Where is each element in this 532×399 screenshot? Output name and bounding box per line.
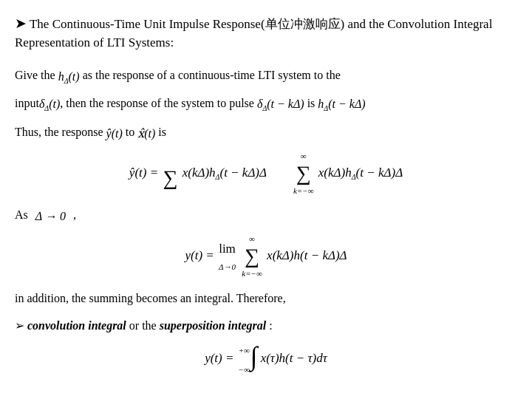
header-title: The Continuous-Time Unit Impulse Respons… [15, 17, 492, 50]
sigma-symbol-3: ∞ ∑ k=−∞ [242, 232, 262, 280]
p5-line1: ➢ convolution integral or the superposit… [15, 316, 517, 335]
paragraph-5: ➢ convolution integral or the superposit… [15, 316, 517, 335]
paragraph-3: As Δ → 0 , y(t) = lim Δ→0 ∞ ∑ k=−∞ x(kΔ)… [15, 205, 517, 280]
math-hDelta-t: hΔ(t) [58, 66, 80, 87]
integral-symbol: ∫ [250, 343, 258, 369]
p1-line2: inputδΔ(t), then the response of the sys… [15, 93, 517, 115]
superposition-integral-label: superposition integral [160, 319, 266, 332]
sigma-symbol-2: ∞ ∑ k=−∞ [293, 149, 314, 197]
formula-yt-lim: y(t) = lim Δ→0 ∞ ∑ k=−∞ x(kΔ)h(t − kΔ)Δ [15, 232, 517, 280]
lim-block: lim Δ→0 [219, 239, 236, 274]
bullet-arrow-2: ➢ [15, 319, 24, 332]
integral-lower: −∞ [238, 365, 249, 374]
header-section: ➤ The Continuous-Time Unit Impulse Respo… [15, 13, 517, 52]
bullet-arrow: ➤ [15, 16, 27, 31]
math-hDelta-tkDelta: hΔ(t − kΔ) [318, 94, 365, 115]
math-delta-to-zero: Δ → 0 [35, 206, 66, 226]
p4-line1: in addition, the summing becomes an inte… [15, 288, 517, 308]
math-delta-t: δΔ(t) [39, 94, 60, 115]
convolution-integral-label: convolution integral [27, 319, 126, 332]
paragraph-2: Thus, the response ŷ(t) to x̂(t) is ŷ(t)… [15, 122, 517, 197]
paragraph-1: Give the hΔ(t) as the response of a cont… [15, 65, 517, 115]
math-xhat-t: x̂(t) [137, 123, 155, 143]
formula-yhat: ŷ(t) = ∞ ∑ x(kΔ)hΔ(t − kΔ)Δ ∞ ∑ k=−∞ x(k… [15, 149, 517, 197]
p1-line1: Give the hΔ(t) as the response of a cont… [15, 65, 517, 86]
paragraph-4: in addition, the summing becomes an inte… [15, 288, 517, 308]
p3-line1: As Δ → 0 , [15, 205, 517, 226]
sigma-symbol-1: ∞ ∑ [163, 159, 177, 188]
integral-formula: y(t) = +∞ −∞ ∫ x(τ)h(t − τ)dτ [15, 343, 517, 374]
chinese-text: 单位冲激响应 [265, 17, 341, 31]
integral-upper: +∞ [238, 346, 249, 355]
math-yhat-t: ŷ(t) [106, 123, 123, 143]
p2-line1: Thus, the response ŷ(t) to x̂(t) is [15, 122, 517, 143]
math-delta-tkDelta: δΔ(t − kΔ) [257, 94, 304, 115]
